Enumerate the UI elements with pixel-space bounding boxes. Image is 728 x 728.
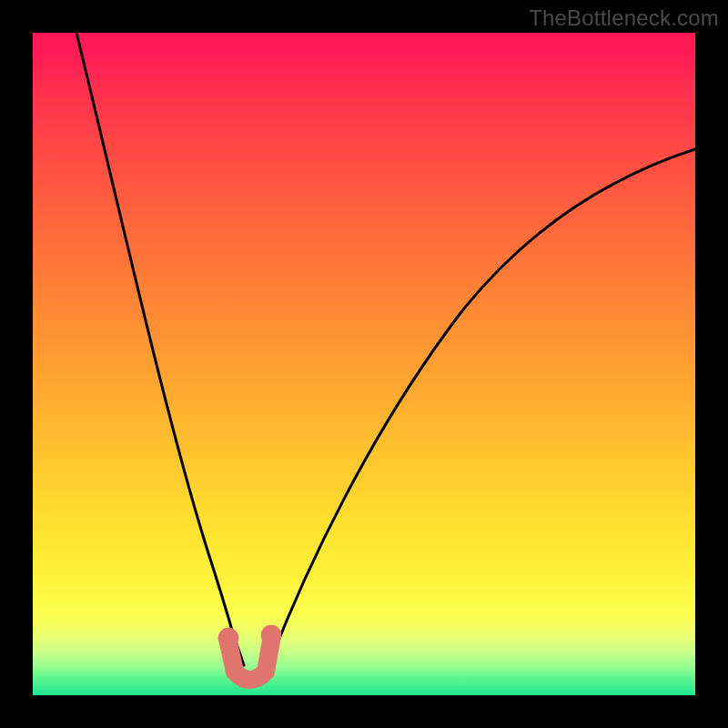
- trough-marker: [228, 641, 271, 680]
- curve-right-branch: [269, 149, 695, 663]
- watermark-text: TheBottleneck.com: [529, 5, 719, 31]
- plot-area: [33, 33, 695, 695]
- left-marker-dot: [218, 628, 238, 648]
- curve-left-branch: [76, 33, 244, 665]
- chart-frame: TheBottleneck.com: [0, 0, 728, 728]
- right-marker-dot: [261, 625, 281, 645]
- curve-layer: [33, 33, 695, 695]
